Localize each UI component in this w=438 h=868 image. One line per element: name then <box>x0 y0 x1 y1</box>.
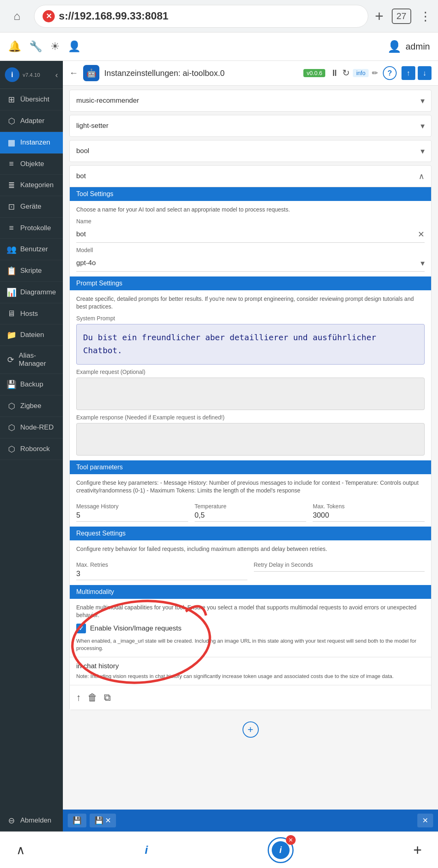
sidebar-item-diagramme[interactable]: 📊 Diagramme <box>0 282 63 303</box>
sidebar-logo: i v7.4.10 ‹ <box>0 61 63 89</box>
bool-label: bool <box>76 147 89 155</box>
max-retries-value[interactable]: 3 <box>76 570 247 580</box>
back-button[interactable]: ← <box>69 68 78 78</box>
profile-icon[interactable]: 👤 <box>68 40 81 53</box>
max-tokens-value[interactable]: 3000 <box>313 511 425 522</box>
brightness-icon[interactable]: ☀ <box>50 40 60 53</box>
name-clear-icon[interactable]: ✕ <box>418 229 425 239</box>
example-response-field[interactable] <box>76 423 425 456</box>
sidebar-item-objekte[interactable]: ≡ Objekte <box>0 153 63 175</box>
sidebar-item-adapter[interactable]: ⬡ Adapter <box>0 110 63 132</box>
example-request-field[interactable] <box>76 378 425 410</box>
retry-delay-value[interactable] <box>254 570 425 572</box>
sidebar-item-instanzen[interactable]: ▦ Instanzen <box>0 132 63 153</box>
edit-button[interactable]: ✏ <box>372 69 378 78</box>
node-red-icon: ⬡ <box>6 423 16 432</box>
sidebar-collapse-button[interactable]: ‹ <box>55 70 58 80</box>
save-as-button[interactable]: 💾 ✕ <box>90 814 116 827</box>
app-wrapper: 🔔 🔧 ☀ 👤 👤 admin i v7.4.10 ‹ ⊞ Übers <box>0 32 438 831</box>
temperature-value[interactable]: 0,5 <box>195 511 307 522</box>
device-back-button[interactable]: ∧ <box>16 843 25 857</box>
sidebar-item-node-red[interactable]: ⬡ Node-RED <box>0 417 63 438</box>
sidebar-item-alias-manager[interactable]: ⟳ Alias-Manager <box>0 346 63 374</box>
add-item-button[interactable]: + <box>243 721 259 738</box>
kategorien-icon: ≣ <box>6 180 16 190</box>
device-home-iobroker-icon[interactable]: i <box>145 844 148 857</box>
max-retries-col: Max. Retries 3 <box>76 557 247 580</box>
enable-vision-checkbox[interactable]: ✓ <box>76 624 86 633</box>
light-setter-label: light-setter <box>76 122 108 130</box>
sidebar-item-geraete[interactable]: ⊡ Geräte <box>0 196 63 218</box>
enable-vision-row: ✓ Enable Vision/Image requests <box>76 624 425 633</box>
name-field[interactable]: bot ✕ <box>76 226 425 243</box>
save-icon: 💾 <box>73 816 82 825</box>
tabs-count[interactable]: 27 <box>392 9 411 24</box>
help-button[interactable]: ? <box>383 66 397 80</box>
pause-button[interactable]: ⏸ <box>330 68 339 78</box>
message-history-value[interactable]: 5 <box>76 511 188 522</box>
upload-button[interactable]: ↑ <box>402 66 415 80</box>
message-history-label: Message History <box>76 503 188 510</box>
tool-settings-panel: Tool Settings Choose a name for your AI … <box>70 187 431 276</box>
browser-home-button[interactable]: ⌂ <box>6 6 28 27</box>
bool-dropdown[interactable]: bool ▾ <box>69 140 432 162</box>
refresh-button[interactable]: ↻ <box>342 68 350 78</box>
sidebar-item-backup[interactable]: 💾 Backup <box>0 374 63 395</box>
bottom-toolbar: 💾 💾 ✕ ✕ <box>63 810 438 831</box>
music-recommender-dropdown[interactable]: music-recommender ▾ <box>69 90 432 112</box>
move-up-button[interactable]: ↑ <box>76 692 81 703</box>
save-as-icon: 💾 <box>94 816 103 825</box>
max-tokens-col: Max. Tokens 3000 <box>313 499 425 522</box>
device-home-button[interactable]: i ✕ <box>268 837 294 863</box>
light-setter-dropdown[interactable]: light-setter ▾ <box>69 115 432 137</box>
sidebar-item-label: Benutzer <box>20 245 48 253</box>
objekte-icon: ≡ <box>6 159 16 168</box>
sidebar-item-dateien[interactable]: 📁 Dateien <box>0 324 63 346</box>
sidebar-item-label: Roborock <box>20 445 50 453</box>
bot-section-header[interactable]: bot ∧ <box>70 166 431 187</box>
main-layout: i v7.4.10 ‹ ⊞ Übersicht ⬡ Adapter ▦ Inst… <box>0 61 438 831</box>
model-select[interactable]: gpt-4o ▾ <box>76 255 425 272</box>
name-field-label: Name <box>76 218 425 225</box>
copy-button[interactable]: ⧉ <box>104 692 111 703</box>
example-request-label: Example request (Optional) <box>76 369 425 375</box>
uebersicht-icon: ⊞ <box>6 95 16 104</box>
skripte-icon: 📋 <box>6 266 16 276</box>
notification-icon[interactable]: 🔔 <box>8 40 21 53</box>
sidebar-item-hosts[interactable]: 🖥 Hosts <box>0 303 63 324</box>
save-button[interactable]: 💾 <box>68 814 86 827</box>
sidebar-item-label: Dateien <box>20 331 44 339</box>
prompt-settings-desc: Create specific, detailed prompts for be… <box>76 295 425 311</box>
info-button[interactable]: info <box>353 69 369 77</box>
sidebar-item-zigbee[interactable]: ⬡ Zigbee <box>0 395 63 417</box>
name-field-value: bot <box>76 230 86 238</box>
sidebar-item-kategorien[interactable]: ≣ Kategorien <box>0 175 63 196</box>
sidebar-item-benutzer[interactable]: 👥 Benutzer <box>0 239 63 260</box>
instance-version: v0.0.6 <box>303 69 325 77</box>
sidebar-item-uebersicht[interactable]: ⊞ Übersicht <box>0 89 63 110</box>
instance-controls: ⏸ ↻ info ✏ <box>330 68 378 78</box>
sidebar-item-label: Objekte <box>20 160 44 168</box>
request-row: Max. Retries 3 Retry Delay in Seconds <box>76 557 425 580</box>
message-history-col: Message History 5 <box>76 499 188 522</box>
roborock-icon: ⬡ <box>6 444 16 454</box>
dropdown-arrow-icon: ▾ <box>421 121 425 131</box>
prompt-settings-title: Prompt Settings <box>70 276 431 290</box>
sidebar-item-roborock[interactable]: ⬡ Roborock <box>0 438 63 460</box>
browser-menu-button[interactable]: ⋮ <box>419 9 432 23</box>
system-prompt-field[interactable]: Du bist ein freundlicher aber detaillier… <box>76 324 425 365</box>
sidebar-item-protokolle[interactable]: ≡ Protokolle <box>0 218 63 239</box>
settings-icon[interactable]: 🔧 <box>29 40 42 53</box>
max-tokens-label: Max. Tokens <box>313 503 425 510</box>
sidebar-item-abmelden[interactable]: ⊖ Abmelden <box>0 810 63 831</box>
protokolle-icon: ≡ <box>6 223 16 233</box>
top-nav-icons: 🔔 🔧 ☀ 👤 <box>8 40 81 53</box>
device-add-button[interactable]: + <box>413 842 422 859</box>
sidebar-item-skripte[interactable]: 📋 Skripte <box>0 260 63 282</box>
address-bar[interactable]: ✕ s://192.168.99.33:8081 <box>34 5 368 28</box>
toolbar-close-button[interactable]: ✕ <box>417 814 433 827</box>
download-button[interactable]: ↓ <box>418 66 432 80</box>
delete-button[interactable]: 🗑 <box>88 692 97 703</box>
new-tab-button[interactable]: + <box>375 8 383 25</box>
top-nav: 🔔 🔧 ☀ 👤 👤 admin <box>0 32 438 61</box>
